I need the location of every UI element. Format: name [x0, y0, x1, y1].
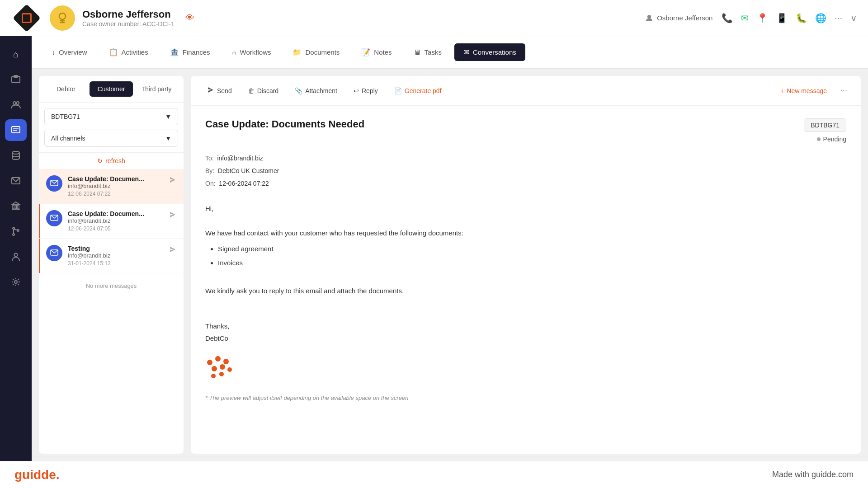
message-avatar: [46, 210, 62, 226]
tab-conversations[interactable]: ✉ Conversations: [454, 43, 525, 61]
reply-button[interactable]: ↩ Reply: [346, 84, 385, 98]
svg-rect-16: [15, 205, 17, 209]
sidebar-item-messages[interactable]: [5, 119, 27, 141]
bug-icon[interactable]: 🐛: [796, 13, 807, 23]
email-badge-block: BDTBG71 Pending: [804, 118, 846, 143]
no-more-messages-label: No more messages: [39, 273, 184, 298]
reference-filter[interactable]: BDTBG71 ▼: [44, 108, 178, 125]
svg-point-29: [207, 360, 212, 365]
email-line2: We kindly ask you to reply to this email…: [205, 285, 846, 297]
party-tab-customer[interactable]: Customer: [90, 81, 133, 97]
tab-notes[interactable]: 📝 Notes: [352, 43, 401, 61]
sidebar-item-database[interactable]: [5, 145, 27, 166]
svg-point-0: [59, 13, 66, 19]
action-bar-right: + New message ···: [773, 82, 852, 99]
sidebar-item-home[interactable]: ⌂: [5, 43, 27, 65]
attachment-button[interactable]: 📎 Attachment: [288, 84, 344, 98]
email-icon[interactable]: ✉: [741, 13, 749, 23]
tab-navigation: ↓ Overview 📋 Activities 🏦 Finances ⑃ Wor…: [32, 36, 868, 69]
watch-icon[interactable]: 👁: [185, 13, 194, 23]
svg-point-4: [647, 15, 651, 19]
svg-point-12: [12, 151, 19, 154]
list-item-signed-agreement: Signed agreement: [218, 243, 846, 255]
sidebar-item-bank[interactable]: [5, 195, 27, 217]
more-options-icon[interactable]: ···: [835, 13, 842, 23]
tab-workflows[interactable]: ⑃ Workflows: [223, 44, 280, 61]
right-panel: Send 🗑 Discard 📎 Attachment ↩ Reply: [191, 76, 861, 454]
party-tabs: Debtor Customer Third party: [39, 76, 184, 103]
finances-icon: 🏦: [170, 48, 179, 56]
location-icon[interactable]: 📍: [757, 13, 768, 23]
email-company: DebtCo: [205, 332, 846, 344]
status-badge: Pending: [817, 136, 846, 143]
message-avatar: [46, 175, 62, 192]
svg-point-24: [14, 253, 18, 257]
activities-icon: 📋: [109, 48, 118, 56]
discard-button[interactable]: 🗑 Discard: [241, 84, 286, 98]
send-icon: [169, 211, 176, 220]
company-logo: [205, 353, 846, 382]
tab-activities[interactable]: 📋 Activities: [100, 43, 157, 61]
svg-point-20: [13, 234, 14, 235]
inner-content: Debtor Customer Third party BDTBG71 ▼: [32, 69, 868, 461]
channel-filter[interactable]: All channels ▼: [44, 130, 178, 147]
party-tab-debtor[interactable]: Debtor: [44, 81, 88, 97]
email-view: Case Update: Documents Needed BDTBG71 Pe…: [191, 106, 861, 454]
email-greeting: Hi,: [205, 202, 846, 215]
list-item[interactable]: Case Update: Documen... info@brandit.biz…: [39, 169, 184, 204]
globe-icon[interactable]: 🌐: [815, 13, 826, 23]
header-right: Osborne Jefferson 📞 ✉ 📍 📱 🐛 🌐 ··· ∨: [645, 13, 857, 23]
send-button[interactable]: Send: [200, 83, 239, 99]
workflows-icon: ⑃: [232, 48, 236, 56]
svg-point-30: [215, 356, 221, 361]
tab-tasks[interactable]: 🖥 Tasks: [405, 44, 451, 61]
email-badge: BDTBG71: [804, 118, 846, 132]
refresh-button[interactable]: ↻ refresh: [39, 153, 184, 169]
svg-point-7: [13, 102, 16, 104]
sidebar-item-group[interactable]: [5, 246, 27, 267]
footer-credit: Made with guidde.com: [772, 470, 854, 479]
send-icon: [207, 86, 214, 95]
message-content: Testing info@brandit.biz 31-01-2024 15:1…: [68, 245, 164, 267]
app-logo: [11, 8, 42, 28]
email-on: 12-06-2024 07:22: [219, 180, 269, 187]
new-message-button[interactable]: + New message: [773, 84, 834, 98]
tab-documents[interactable]: 📁 Documents: [283, 43, 349, 61]
email-list: Signed agreement Invoices: [218, 243, 846, 269]
svg-rect-17: [18, 205, 19, 209]
pdf-icon: 📄: [394, 87, 402, 94]
list-item[interactable]: Testing info@brandit.biz 31-01-2024 15:1…: [39, 239, 184, 273]
case-number: Case owner number: ACC-DCI-1: [82, 20, 175, 28]
sidebar-item-mail[interactable]: [5, 170, 27, 192]
svg-point-32: [212, 366, 217, 371]
sidebar-item-cases[interactable]: [5, 69, 27, 90]
phone-icon[interactable]: 📞: [722, 13, 733, 23]
email-signature: Thanks, DebtCo: [205, 320, 846, 344]
sidebar-item-settings[interactable]: [5, 271, 27, 293]
header-icons: 📞 ✉ 📍 📱 🐛 🌐 ··· ∨: [722, 13, 857, 23]
preview-note: * The preview will adjust itself dependi…: [205, 393, 846, 403]
sidebar-item-branch[interactable]: [5, 221, 27, 242]
status-dot: [817, 137, 821, 141]
party-tab-third-party[interactable]: Third party: [135, 81, 178, 97]
email-header-row: Case Update: Documents Needed BDTBG71 Pe…: [205, 118, 846, 143]
footer: guidde. Made with guidde.com: [0, 461, 868, 488]
chevron-down-icon[interactable]: ∨: [850, 13, 857, 23]
more-options-button[interactable]: ···: [836, 82, 852, 99]
mobile-icon[interactable]: 📱: [776, 13, 788, 23]
message-content: Case Update: Documen... info@brandit.biz…: [68, 175, 164, 197]
case-info: Osborne Jefferson Case owner number: ACC…: [50, 5, 194, 31]
conversations-icon: ✉: [463, 48, 469, 56]
chevron-down-icon: ▼: [165, 113, 171, 120]
attachment-icon: 📎: [295, 87, 302, 94]
generate-pdf-button[interactable]: 📄 Generate pdf: [387, 84, 449, 98]
list-item-invoices: Invoices: [218, 257, 846, 269]
tab-overview[interactable]: ↓ Overview: [42, 44, 96, 61]
list-item[interactable]: Case Update: Documen... info@brandit.biz…: [39, 204, 184, 239]
overview-icon: ↓: [52, 48, 55, 56]
sidebar: ⌂: [0, 36, 32, 461]
sidebar-item-people[interactable]: [5, 94, 27, 116]
svg-point-35: [219, 372, 224, 376]
email-by: DebtCo UK Customer: [218, 167, 279, 174]
tab-finances[interactable]: 🏦 Finances: [161, 43, 219, 61]
